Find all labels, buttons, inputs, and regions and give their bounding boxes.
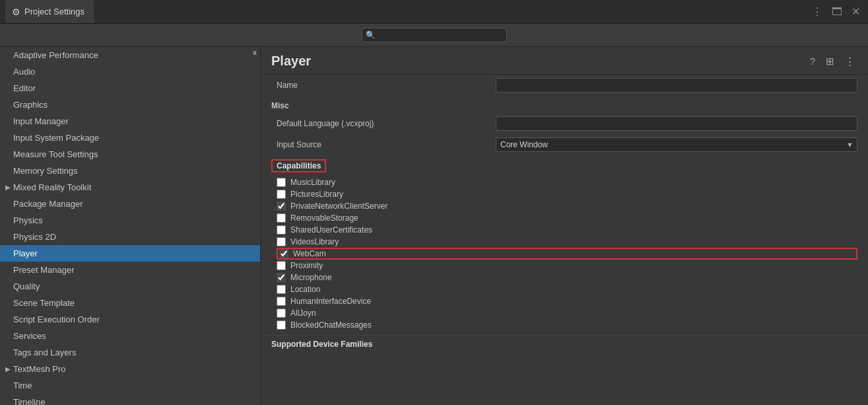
default-language-input[interactable] <box>496 116 857 131</box>
player-header: Player ? ⊞ ⋮ <box>261 47 868 75</box>
gear-icon: ⚙ <box>12 7 20 17</box>
capability-item-location: Location <box>277 283 857 295</box>
capability-checkbox-pictureslibrary[interactable] <box>277 190 286 199</box>
capability-label: Proximity <box>290 261 323 270</box>
context-menu-icon[interactable]: ⋮ <box>842 54 857 69</box>
capability-item-webcam: WebCam <box>277 248 857 260</box>
expand-arrow-icon: ▶ <box>5 365 11 373</box>
sidebar-item-quality[interactable]: Quality <box>0 278 260 295</box>
sidebar-item-label: Adaptive Performance <box>13 50 98 60</box>
capability-checkbox-microphone[interactable] <box>277 273 286 282</box>
supported-device-families-label: Supported Device Families <box>261 335 868 351</box>
capability-item-blockedchatmessages: BlockedChatMessages <box>277 319 857 331</box>
sidebar-item-scene-template[interactable]: Scene Template <box>0 295 260 311</box>
default-language-row: Default Language (.vcxproj) <box>261 113 868 134</box>
sidebar-item-mixed-reality-toolkit[interactable]: ▶Mixed Reality Toolkit <box>0 179 260 196</box>
sidebar-scroll-down[interactable]: ▼ <box>251 47 259 405</box>
sidebar-item-player[interactable]: Player <box>0 245 260 262</box>
sidebar-item-label: Script Execution Order <box>13 314 100 324</box>
sidebar-item-measure-tool-settings[interactable]: Measure Tool Settings <box>0 146 260 163</box>
capability-checkbox-musiclibrary[interactable] <box>277 178 286 187</box>
name-input[interactable] <box>496 78 857 92</box>
sidebar-item-graphics[interactable]: Graphics <box>0 96 260 113</box>
help-icon[interactable]: ? <box>807 54 818 68</box>
capability-checkbox-videoslibrary[interactable] <box>277 237 286 246</box>
capability-label: WebCam <box>293 249 326 258</box>
sidebar-item-label: Tags and Layers <box>13 348 76 357</box>
sidebar-item-time[interactable]: Time <box>0 377 260 394</box>
sidebar-item-tags-and-layers[interactable]: Tags and Layers <box>0 344 260 361</box>
name-row: Name <box>261 75 868 96</box>
expand-arrow-icon: ▶ <box>5 184 11 191</box>
input-source-select[interactable]: Core Window Independent Input Source <box>496 137 857 152</box>
layout-icon[interactable]: ⊞ <box>823 54 837 69</box>
sidebar-item-label: Input System Package <box>13 133 99 143</box>
sidebar: ▲ Adaptive PerformanceAudioEditorGraphic… <box>0 47 261 405</box>
capability-checkbox-humaninterfacedevice[interactable] <box>277 297 286 306</box>
capability-checkbox-proximity[interactable] <box>277 261 286 270</box>
sidebar-item-timeline[interactable]: Timeline <box>0 394 260 405</box>
capability-checkbox-webcam[interactable] <box>279 249 288 258</box>
capability-checkbox-removablestorage[interactable] <box>277 213 286 223</box>
sidebar-item-label: Graphics <box>13 100 48 110</box>
capability-label: SharedUserCertificates <box>290 225 372 235</box>
sidebar-item-label: Memory Settings <box>13 166 78 176</box>
capability-checkbox-blockedchatmessages[interactable] <box>277 320 286 330</box>
sidebar-item-label: Physics 2D <box>13 232 56 242</box>
main-layout: ▲ Adaptive PerformanceAudioEditorGraphic… <box>0 47 868 405</box>
window-controls: ⋮ 🗖 ✕ <box>809 4 863 19</box>
sidebar-item-label: Physics <box>13 215 43 225</box>
input-source-select-wrap: Core Window Independent Input Source ▼ <box>496 137 857 152</box>
search-input[interactable] <box>362 28 507 42</box>
sidebar-item-script-execution-order[interactable]: Script Execution Order <box>0 311 260 328</box>
capability-checkbox-sharedusercertificates[interactable] <box>277 225 286 235</box>
sidebar-item-label: Time <box>13 381 32 390</box>
capabilities-title: Capabilities <box>271 159 326 172</box>
input-source-label: Input Source <box>271 140 496 149</box>
sidebar-item-label: Audio <box>13 67 35 77</box>
sidebar-item-label: Input Manager <box>13 116 69 126</box>
capability-item-alljoyn: AllJoyn <box>277 307 857 319</box>
search-bar-row: 🔍 <box>0 24 868 47</box>
capability-label: PrivateNetworkClientServer <box>290 202 387 211</box>
capability-label: PicturesLibrary <box>290 190 343 199</box>
capability-item-proximity: Proximity <box>277 260 857 272</box>
sidebar-item-physics-2d[interactable]: Physics 2D <box>0 229 260 245</box>
capability-checkbox-alljoyn[interactable] <box>277 309 286 318</box>
capability-label: AllJoyn <box>290 309 316 318</box>
capability-item-humaninterfacedevice: HumanInterfaceDevice <box>277 295 857 307</box>
input-source-row: Input Source Core Window Independent Inp… <box>261 134 868 155</box>
sidebar-item-services[interactable]: Services <box>0 328 260 344</box>
sidebar-item-physics[interactable]: Physics <box>0 212 260 229</box>
sidebar-item-package-manager[interactable]: Package Manager <box>0 196 260 212</box>
capability-item-musiclibrary: MusicLibrary <box>277 176 857 188</box>
title-bar: ⚙ Project Settings ⋮ 🗖 ✕ <box>0 0 868 24</box>
sidebar-item-editor[interactable]: Editor <box>0 80 260 96</box>
sidebar-item-label: Package Manager <box>13 199 83 209</box>
capability-checkbox-location[interactable] <box>277 285 286 294</box>
sidebar-item-label: Measure Tool Settings <box>13 149 98 159</box>
capability-label: MusicLibrary <box>290 178 335 187</box>
window-title: Project Settings <box>24 7 84 17</box>
sidebar-item-adaptive-performance[interactable]: Adaptive Performance <box>0 47 260 63</box>
close-icon[interactable]: ✕ <box>849 4 863 19</box>
maximize-icon[interactable]: 🗖 <box>829 5 845 19</box>
search-icon: 🔍 <box>366 30 376 40</box>
sidebar-item-preset-manager[interactable]: Preset Manager <box>0 262 260 278</box>
misc-section-label: Misc <box>261 96 868 113</box>
capability-item-privatenetworkclientserver: PrivateNetworkClientServer <box>277 200 857 212</box>
sidebar-item-input-system-package[interactable]: Input System Package <box>0 129 260 146</box>
capability-label: VideosLibrary <box>290 237 339 246</box>
capability-label: Microphone <box>290 273 332 282</box>
title-tab[interactable]: ⚙ Project Settings <box>5 0 94 23</box>
capabilities-header: Capabilities <box>261 155 868 175</box>
sidebar-item-audio[interactable]: Audio <box>0 63 260 80</box>
sidebar-item-input-manager[interactable]: Input Manager <box>0 113 260 129</box>
sidebar-item-textmesh-pro[interactable]: ▶TextMesh Pro <box>0 361 260 377</box>
capability-checkbox-privatenetworkclientserver[interactable] <box>277 202 286 211</box>
capability-item-microphone: Microphone <box>277 272 857 283</box>
sidebar-item-label: Preset Manager <box>13 265 75 275</box>
search-input-wrap: 🔍 <box>362 28 507 42</box>
menu-dots-icon[interactable]: ⋮ <box>809 4 825 19</box>
sidebar-item-memory-settings[interactable]: Memory Settings <box>0 163 260 179</box>
